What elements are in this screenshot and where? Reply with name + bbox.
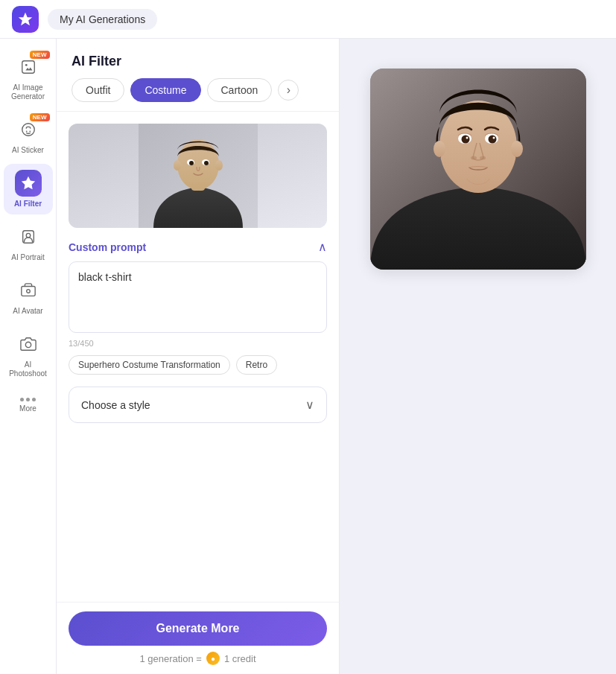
tab-cartoon[interactable]: Cartoon xyxy=(207,78,273,102)
custom-prompt-textarea[interactable]: black t-shirt xyxy=(69,261,327,333)
svg-point-3 xyxy=(25,130,27,132)
tab-more-button[interactable]: › xyxy=(278,80,299,101)
custom-prompt-title: Custom prompt xyxy=(69,241,146,253)
char-count: 13/450 xyxy=(69,339,327,348)
left-panel: AI Filter Outfit Costume Cartoon › xyxy=(57,39,340,674)
svg-point-4 xyxy=(29,130,31,132)
panel-scroll: Custom prompt ∧ black t-shirt 13/450 Sup… xyxy=(57,112,339,602)
content-area: AI Filter Outfit Costume Cartoon › xyxy=(57,39,616,674)
svg-point-1 xyxy=(25,64,27,66)
credit-info: 1 generation = ● 1 credit xyxy=(69,652,327,665)
panel-header: AI Filter Outfit Costume Cartoon › xyxy=(57,39,339,112)
chevron-up-icon[interactable]: ∧ xyxy=(318,240,327,254)
svg-point-9 xyxy=(25,342,31,347)
sidebar-item-ai-avatar[interactable]: AI Avatar xyxy=(4,271,53,322)
tabs-row: Outfit Costume Cartoon › xyxy=(72,78,324,102)
tab-costume[interactable]: Costume xyxy=(130,78,200,102)
uploaded-photo xyxy=(69,124,327,228)
ai-filter-icon xyxy=(15,170,42,197)
chip-retro[interactable]: Retro xyxy=(236,355,277,375)
app-logo xyxy=(12,6,39,33)
svg-point-29 xyxy=(492,137,495,139)
svg-point-27 xyxy=(488,136,496,144)
ai-avatar-icon xyxy=(15,277,42,304)
sidebar-item-more[interactable]: More xyxy=(4,390,53,419)
sidebar-item-label-ai-filter: AI Filter xyxy=(14,200,42,209)
chips-row: Superhero Costume Transformation Retro xyxy=(69,355,327,375)
sidebar-item-label-ai-avatar: AI Avatar xyxy=(13,307,42,316)
svg-rect-0 xyxy=(22,61,34,74)
sidebar-item-label-ai-image-generator: AI Image Generator xyxy=(8,83,48,101)
svg-point-30 xyxy=(471,156,477,160)
svg-point-22 xyxy=(434,141,445,157)
svg-point-28 xyxy=(466,137,468,139)
svg-point-31 xyxy=(480,156,486,160)
coin-icon: ● xyxy=(206,652,220,665)
upload-area[interactable] xyxy=(69,124,327,228)
sidebar-item-label-ai-photoshoot: AI Photoshoot xyxy=(8,360,48,378)
more-dots-icon xyxy=(20,398,36,401)
svg-point-23 xyxy=(511,141,523,157)
sidebar-item-label-ai-portrait: AI Portrait xyxy=(11,253,44,262)
right-panel xyxy=(340,39,616,674)
credit-suffix: 1 credit xyxy=(224,653,256,664)
tab-outfit[interactable]: Outfit xyxy=(72,78,124,102)
sidebar: NEW AI Image Generator NEW xyxy=(0,39,57,674)
new-badge-image-generator: NEW xyxy=(30,51,50,59)
svg-point-17 xyxy=(174,160,181,171)
svg-point-18 xyxy=(215,160,223,171)
sidebar-item-ai-photoshoot[interactable]: AI Photoshoot xyxy=(4,325,53,384)
generate-more-button[interactable]: Generate More xyxy=(69,611,327,646)
main-layout: NEW AI Image Generator NEW xyxy=(0,39,616,674)
svg-point-8 xyxy=(26,290,30,293)
preview-image xyxy=(370,69,586,270)
svg-point-16 xyxy=(204,161,209,165)
chevron-down-icon: ∨ xyxy=(305,398,314,412)
panel-bottom: Generate More 1 generation = ● 1 credit xyxy=(57,602,339,674)
svg-rect-7 xyxy=(21,287,34,296)
ai-photoshoot-icon xyxy=(15,331,42,357)
style-label: Choose a style xyxy=(81,399,150,411)
svg-point-26 xyxy=(461,136,469,144)
sidebar-item-ai-portrait[interactable]: AI Portrait xyxy=(4,217,53,268)
custom-prompt-header: Custom prompt ∧ xyxy=(69,240,327,254)
chip-superhero[interactable]: Superhero Costume Transformation xyxy=(69,355,230,375)
my-ai-generations-button[interactable]: My AI Generations xyxy=(48,9,157,30)
sidebar-item-label-more: More xyxy=(19,404,36,413)
credit-prefix: 1 generation = xyxy=(139,653,201,664)
ai-portrait-icon xyxy=(15,223,42,250)
sidebar-item-ai-sticker[interactable]: NEW AI Sticker xyxy=(4,110,53,161)
sidebar-item-ai-filter[interactable]: AI Filter xyxy=(4,164,53,214)
sidebar-item-label-ai-sticker: AI Sticker xyxy=(12,146,44,155)
svg-point-6 xyxy=(26,233,31,238)
style-section[interactable]: Choose a style ∨ xyxy=(69,387,327,423)
panel-title: AI Filter xyxy=(72,54,324,69)
topbar: My AI Generations xyxy=(0,0,616,39)
sidebar-item-ai-image-generator[interactable]: NEW AI Image Generator xyxy=(4,48,53,107)
new-badge-sticker: NEW xyxy=(30,113,50,121)
svg-point-15 xyxy=(189,161,194,165)
